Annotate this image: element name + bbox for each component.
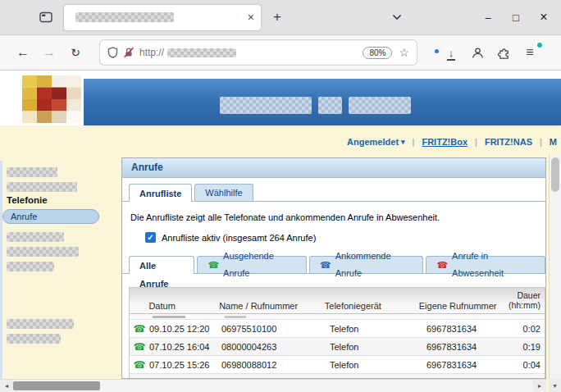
fritzbox-banner — [23, 79, 561, 125]
sidebar-item-redacted[interactable] — [7, 167, 57, 177]
tab-waehlhilfe[interactable]: Wählhilfe — [194, 184, 253, 201]
col-name-rufnummer: Name / Rufnummer — [219, 301, 325, 311]
incoming-call-icon: ☎ — [320, 261, 331, 270]
sidebar-item-redacted[interactable] — [7, 334, 61, 344]
tab-strip: Anrufliste Wählhilfe — [122, 184, 545, 202]
download-indicator-dot — [435, 49, 439, 53]
tab-title-redacted — [75, 12, 174, 22]
banner-title-redacted — [220, 97, 312, 114]
bookmark-star-icon[interactable]: ☆ — [399, 46, 409, 59]
url-redacted — [167, 48, 236, 57]
filter-tab-ausgehende[interactable]: ☎ Ausgehende Anrufe — [197, 256, 307, 273]
banner-title-redacted — [318, 97, 342, 114]
url-scheme-text: http:// — [139, 47, 164, 58]
cell-geraet: Telefon — [330, 342, 426, 352]
banner-title-redacted — [349, 97, 411, 114]
downloads-icon[interactable]: ↓ — [438, 40, 464, 65]
browser-tab-bar: × + – □ × — [0, 0, 561, 35]
separator: | — [413, 137, 415, 147]
reload-button[interactable]: ↻ — [62, 40, 89, 65]
sidebar-item-redacted[interactable] — [7, 182, 77, 192]
window-close-button[interactable]: × — [530, 0, 558, 34]
call-list-active-checkbox[interactable]: ✓ — [145, 232, 156, 243]
checkbox-label: Anrufliste aktiv (insgesamt 264 Anrufe) — [162, 233, 316, 243]
extensions-puzzle-icon[interactable] — [490, 40, 517, 65]
caret-down-icon: ▾ — [401, 138, 405, 146]
cell-eigene: 6967831634 — [426, 360, 518, 370]
new-tab-button[interactable]: + — [264, 5, 290, 30]
filter-tab-label: Anrufe in Abwesenheit — [452, 248, 535, 282]
sidebar-item-anrufe[interactable]: Anrufe — [2, 209, 99, 224]
link-fritznas[interactable]: FRITZ!NAS — [485, 137, 532, 147]
insecure-lock-icon[interactable] — [123, 47, 135, 58]
logged-in-label: Angemeldet — [347, 137, 399, 147]
cell-datum: 07.10.25 15:26 — [149, 360, 221, 370]
window-minimize-button[interactable]: – — [474, 0, 502, 34]
cell-dauer: 0:19 — [518, 342, 545, 352]
sidebar-item-redacted[interactable] — [7, 319, 74, 329]
sidebar-item-redacted[interactable] — [7, 262, 54, 271]
cell-geraet: Telefon — [330, 324, 426, 334]
link-myfritz-clipped[interactable]: M — [550, 137, 557, 147]
call-row: ☎ 07.10.25 15:26 06980088012 Telefon 696… — [130, 355, 545, 373]
col-eigene-rufnummer: Eigene Rufnummer — [419, 301, 509, 311]
url-bar[interactable]: http:// 80% ☆ — [100, 40, 417, 65]
call-row: ☎ 07.10.25 14:46 06975510100 Telefon 696… — [130, 373, 545, 379]
fritzbox-page: Angemeldet ▾ | FRITZ!Box | FRITZ!NAS | M… — [0, 71, 561, 392]
link-fritzbox[interactable]: FRITZ!Box — [422, 137, 468, 147]
separator: | — [475, 137, 477, 147]
firefox-view-icon[interactable] — [39, 11, 52, 23]
filter-tab-ankommende[interactable]: ☎ Ankommende Anrufe — [309, 256, 423, 273]
scroll-right-button[interactable]: ▸ — [533, 380, 546, 392]
cell-dauer: 0:02 — [518, 324, 545, 334]
sidebar-menu: Telefonie Anrufe — [0, 161, 110, 379]
scroll-down-button[interactable]: ▾ — [549, 379, 561, 392]
vertical-scrollbar[interactable] — [549, 154, 561, 379]
tab-list-chevron-icon[interactable] — [384, 5, 410, 30]
horizontal-scrollbar[interactable]: ◂ ▸ — [0, 379, 546, 392]
back-button[interactable]: ← — [10, 40, 36, 65]
col-datum: Datum — [148, 301, 219, 311]
sidebar-item-redacted[interactable] — [7, 247, 79, 257]
browser-tab-active[interactable]: × — [64, 5, 261, 30]
call-type-icon: ☎ — [134, 341, 146, 353]
account-icon[interactable] — [464, 40, 490, 65]
table-header: Datum Name / Rufnummer Telefoniegerät Ei… — [130, 288, 545, 314]
scroll-left-button[interactable]: ◂ — [0, 380, 13, 392]
forward-button[interactable]: → — [36, 40, 62, 65]
cell-rufnummer: 08000004263 — [221, 342, 330, 352]
download-arrow: ↓ — [449, 48, 454, 58]
separator: | — [540, 137, 542, 147]
cell-rufnummer: 06980088012 — [221, 360, 330, 370]
cell-eigene: 6967831634 — [426, 324, 518, 334]
sidebar-section-telefonie[interactable]: Telefonie — [7, 195, 48, 205]
outgoing-call-icon: ☎ — [208, 261, 219, 270]
app-menu-icon[interactable]: ≡ — [517, 40, 543, 65]
tab-anrufliste[interactable]: Anrufliste — [129, 184, 192, 202]
call-filter-tabs: Alle Anrufe ☎ Ausgehende Anrufe ☎ Ankomm… — [122, 256, 545, 274]
col-telefoniegeraet: Telefoniegerät — [325, 301, 419, 311]
panel-title: Anrufe — [122, 158, 545, 178]
zoom-level-badge[interactable]: 80% — [363, 47, 392, 59]
logged-in-menu[interactable]: Angemeldet ▾ — [347, 137, 405, 147]
filter-tab-alle-anrufe[interactable]: Alle Anrufe — [129, 256, 194, 274]
checkbox-row: ✓ Anrufliste aktiv (insgesamt 264 Anrufe… — [145, 232, 545, 243]
tracking-shield-icon[interactable] — [107, 47, 118, 58]
call-row: ☎ 07.10.25 16:04 08000004263 Telefon 696… — [130, 337, 545, 355]
clipped-row — [130, 314, 545, 319]
notification-dot — [537, 43, 542, 48]
cell-geraet: Telefon — [330, 360, 426, 370]
cell-datum: 09.10.25 12:20 — [149, 324, 221, 334]
cell-dauer: 0:04 — [518, 360, 545, 370]
cell-eigene: 6967831634 — [426, 342, 518, 352]
sidebar-item-redacted[interactable] — [7, 232, 64, 242]
window-maximize-button[interactable]: □ — [502, 0, 530, 34]
vertical-scrollbar-thumb[interactable] — [551, 157, 559, 192]
call-table: Datum Name / Rufnummer Telefoniegerät Ei… — [129, 287, 545, 379]
filter-tab-abwesenheit[interactable]: ☎ Anrufe in Abwesenheit — [426, 256, 545, 273]
call-type-icon: ☎ — [134, 359, 146, 371]
horizontal-scrollbar-thumb[interactable] — [13, 381, 100, 390]
tab-close-icon[interactable]: × — [248, 11, 254, 23]
menu-glyph: ≡ — [526, 46, 533, 59]
main-panel: Anrufe Anrufliste Wählhilfe Die Anruflis… — [121, 157, 546, 379]
